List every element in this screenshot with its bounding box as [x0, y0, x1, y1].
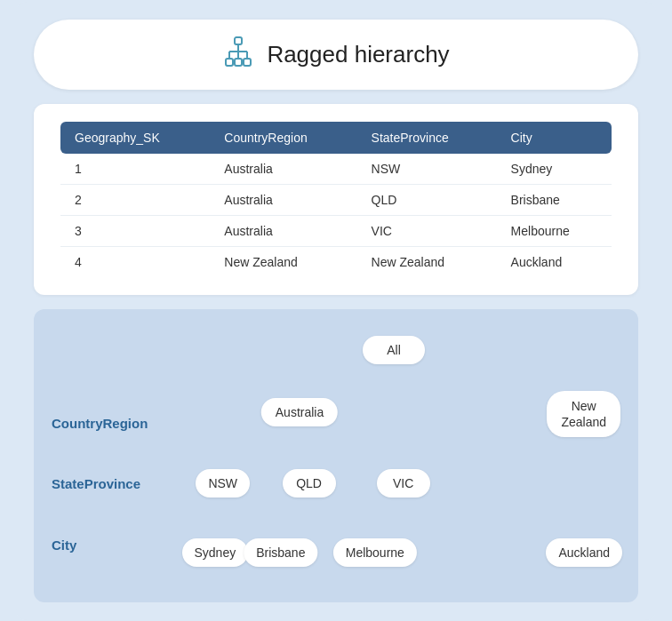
cell-city: Brisbane — [497, 184, 612, 215]
node-qld: QLD — [283, 469, 336, 498]
cell-country: Australia — [210, 215, 356, 246]
level-label-state: StateProvince — [43, 476, 158, 491]
svg-line-15 — [300, 327, 309, 448]
node-brisbane: Brisbane — [244, 538, 317, 567]
svg-rect-3 — [244, 59, 251, 66]
table-row: 2AustraliaQLDBrisbane — [60, 184, 612, 215]
node-new-zealand: NewZealand — [547, 391, 620, 437]
svg-rect-0 — [235, 37, 242, 44]
col-header-country: CountryRegion — [210, 122, 356, 154]
cell-country: New Zealand — [210, 246, 356, 277]
cell-country: Australia — [210, 154, 356, 185]
cell-state: QLD — [357, 184, 497, 215]
cell-city: Melbourne — [497, 215, 612, 246]
page-title: Ragged hierarchy — [267, 41, 449, 68]
cell-state: New Zealand — [357, 246, 497, 277]
node-sydney: Sydney — [182, 538, 249, 567]
table-card: Geography_SK CountryRegion StateProvince… — [34, 104, 638, 295]
cell-sk: 2 — [60, 184, 210, 215]
node-nsw: NSW — [196, 469, 250, 498]
svg-line-18 — [281, 498, 309, 538]
node-vic: VIC — [377, 469, 430, 498]
cell-city: Sydney — [497, 154, 612, 185]
col-header-state: StateProvince — [357, 122, 497, 154]
table-row: 3AustraliaVICMelbourne — [60, 215, 612, 246]
cell-country: Australia — [210, 184, 356, 215]
level-label-country: CountryRegion — [43, 416, 158, 431]
data-table: Geography_SK CountryRegion StateProvince… — [60, 122, 612, 277]
table-row: 4New ZealandNew ZealandAuckland — [60, 246, 612, 277]
title-card: Ragged hierarchy — [34, 20, 638, 90]
node-auckland: Auckland — [546, 538, 622, 567]
node-melbourne: Melbourne — [333, 538, 417, 567]
cell-state: NSW — [357, 154, 497, 185]
svg-line-19 — [375, 498, 404, 538]
svg-line-17 — [215, 498, 223, 538]
level-label-city: City — [43, 537, 158, 553]
col-header-sk: Geography_SK — [60, 122, 210, 154]
cell-sk: 4 — [60, 246, 210, 277]
svg-rect-1 — [226, 59, 233, 66]
svg-line-20 — [584, 437, 585, 538]
node-australia: Australia — [261, 398, 338, 426]
table-row: 1AustraliaNSWSydney — [60, 154, 612, 185]
cell-state: VIC — [357, 215, 497, 246]
col-header-city: City — [497, 122, 612, 154]
main-container: Ragged hierarchy Geography_SK CountryReg… — [16, 2, 656, 620]
node-all: All — [363, 336, 425, 364]
svg-line-10 — [394, 364, 584, 391]
svg-line-14 — [223, 327, 300, 448]
table-header-row: Geography_SK CountryRegion StateProvince… — [60, 122, 612, 154]
svg-rect-2 — [235, 59, 242, 66]
hierarchy-card: CountryRegion StateProvince City All Aus… — [34, 309, 638, 602]
cell-sk: 1 — [60, 154, 210, 185]
cell-sk: 3 — [60, 215, 210, 246]
cell-city: Auckland — [497, 246, 612, 277]
hierarchy-icon — [222, 36, 254, 74]
